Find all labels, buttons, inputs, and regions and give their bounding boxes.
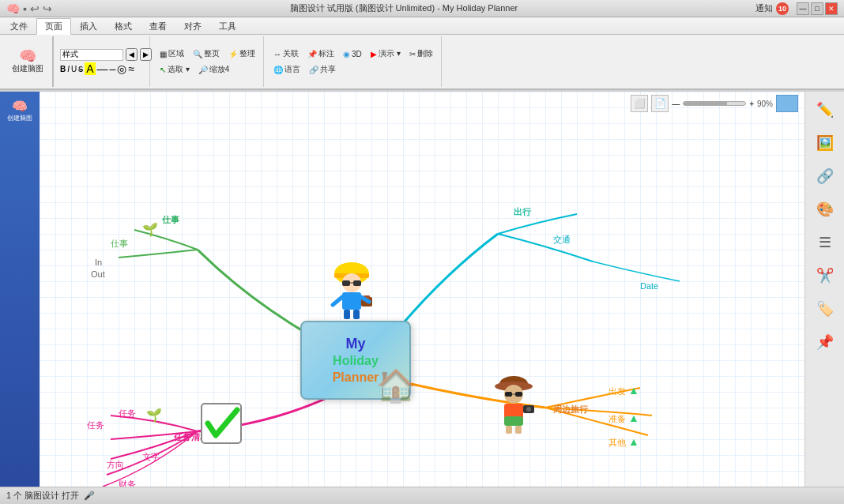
zoom-btn[interactable]: 🔎 缩放4 (195, 62, 233, 77)
insert-group: ↔ 关联 📌 标注 ◉ 3D ▶ 演示 ▾ ✂ 删除 🌐 语 (266, 36, 442, 87)
line-btn2[interactable]: – (110, 62, 116, 75)
create-mindmap-btn[interactable]: 🧠 创建脑图 (8, 47, 47, 77)
topic-direction: 方向 (107, 459, 124, 471)
close-btn[interactable]: ✕ (825, 2, 838, 15)
topic-in: In (95, 258, 102, 267)
sidebar-tag-tool[interactable]: 🏷️ (810, 294, 840, 324)
topic-finance: 财务 (119, 479, 136, 487)
main-canvas[interactable]: ⬜ 📄 — + 90% (40, 92, 804, 487)
threed-btn[interactable]: ◉ 3D (340, 48, 365, 60)
topic-other: 其他 ▲ (609, 435, 639, 449)
threed-label: 3D (352, 50, 362, 58)
tourist-figure (482, 372, 545, 435)
checklist-figure (194, 396, 249, 451)
bold-btn[interactable]: B (60, 65, 66, 73)
style-row1: ◀ ▶ (60, 48, 152, 61)
sidebar-list-tool[interactable]: ☰ (810, 228, 840, 258)
sidebar-link-tool[interactable]: 🔗 (810, 161, 840, 191)
view-group: ▦ 区域 🔍 整页 ⚡ 整理 ↖ 选取 ▾ 🔎 缩放4 (152, 36, 264, 87)
title-bar: 🧠 ▪ ↩ ↪ 脑图设计 试用版 (脑图设计 Unlimited) - My H… (0, 0, 844, 17)
demo-btn[interactable]: ▶ 演示 ▾ (367, 47, 404, 61)
right-sidebar: ✏️ 🖼️ 🔗 🎨 ☰ ✂️ 🏷️ 📌 (804, 92, 844, 487)
shape-btn[interactable]: ◎ (117, 62, 126, 75)
arrange-icon: ⚡ (228, 50, 238, 58)
share-label: 共享 (320, 64, 336, 75)
topic-date: Date (640, 281, 658, 291)
select-icon: ↖ (160, 66, 166, 74)
highlight-btn[interactable]: A (85, 62, 95, 75)
style-row2: B I U S̶ A — – ◎ ≈ (60, 62, 134, 75)
delete-label: 删除 (417, 48, 433, 59)
tab-page[interactable]: 页面 (36, 18, 71, 35)
title-bar-title: 脑图设计 试用版 (脑图设计 Unlimited) - My Holiday P… (52, 2, 755, 14)
canvas-color-btn[interactable] (776, 95, 798, 112)
area-btn[interactable]: ▦ 区域 (156, 47, 187, 61)
mark-btn[interactable]: 📌 标注 (304, 47, 337, 61)
share-icon: 🔗 (309, 66, 318, 74)
undo-btn[interactable]: ↩ (30, 2, 40, 15)
svg-rect-21 (506, 426, 512, 434)
style-input[interactable] (60, 49, 123, 61)
demo-icon: ▶ (371, 50, 377, 58)
area-icon: ▦ (160, 50, 167, 58)
mic-icon[interactable]: 🎤 (84, 491, 95, 501)
threed-icon: ◉ (343, 50, 350, 58)
canvas-area[interactable]: ⬜ 📄 — + 90% (40, 92, 804, 487)
status-text: 1 个 脑图设计 打开 (6, 490, 79, 502)
line-btn1[interactable]: — (97, 62, 108, 75)
topic-prepare: 准备 ▲ (609, 412, 639, 425)
sidebar-edit-tool[interactable]: ✏️ (810, 95, 840, 125)
canvas-fit-btn[interactable]: ⬜ (631, 95, 648, 112)
arrange-btn[interactable]: ⚡ 整理 (225, 47, 258, 61)
redo-btn[interactable]: ↪ (43, 2, 52, 15)
tab-insert[interactable]: 插入 (71, 18, 106, 34)
style-prev-btn[interactable]: ◀ (126, 48, 138, 61)
italic-btn[interactable]: I (67, 65, 70, 73)
sidebar-color-tool[interactable]: 🎨 (810, 194, 840, 224)
tab-format[interactable]: 格式 (106, 18, 141, 34)
tab-view[interactable]: 查看 (141, 18, 175, 34)
style-next-btn[interactable]: ▶ (140, 48, 152, 61)
topic-work-child1: 仕事 (111, 238, 128, 250)
canvas-page-btn[interactable]: 📄 (651, 95, 669, 112)
create-mindmap-label: 创建脑图 (12, 63, 43, 74)
central-line2: Holiday (333, 353, 379, 370)
tab-file[interactable]: 文件 (2, 18, 36, 34)
zoom-label: 缩放4 (209, 64, 230, 75)
strikethrough-btn[interactable]: S̶ (78, 65, 83, 73)
ribbon-tabs: 文件 页面 插入 格式 查看 对齐 工具 (0, 17, 844, 35)
share-btn[interactable]: 🔗 共享 (306, 62, 339, 77)
topic-work: 仕事 (162, 214, 179, 226)
topic-task1: 任务 (119, 408, 136, 419)
wavy-btn[interactable]: ≈ (128, 62, 134, 75)
svg-rect-10 (353, 310, 360, 319)
create-group: 🧠 创建脑图 (3, 36, 54, 87)
sidebar-image-tool[interactable]: 🖼️ (810, 128, 840, 158)
topic-aroundtravel: 周边旅行 (553, 404, 588, 416)
window-menu-icon: ▪ (23, 2, 27, 15)
tab-align[interactable]: 对齐 (175, 18, 210, 34)
select-btn[interactable]: ↖ 选取 ▾ (156, 62, 193, 77)
svg-rect-20 (504, 416, 523, 426)
left-create-btn[interactable]: 🧠 创建脑图 (2, 95, 37, 126)
sidebar-pin-tool[interactable]: 📌 (810, 327, 840, 357)
language-label: 语言 (284, 64, 300, 75)
minimize-btn[interactable]: — (797, 2, 809, 15)
underline-btn[interactable]: U (71, 65, 77, 73)
sidebar-scissors-tool[interactable]: ✂️ (810, 261, 840, 291)
fitpage-btn[interactable]: 🔍 整页 (190, 47, 223, 61)
delete-btn[interactable]: ✂ 删除 (406, 47, 436, 61)
relate-btn[interactable]: ↔ 关联 (270, 47, 302, 61)
topic-transport: 交通 (553, 234, 571, 246)
central-node[interactable]: 🏠 My Holiday Planner (300, 321, 411, 400)
insert-row1: ↔ 关联 📌 标注 ◉ 3D ▶ 演示 ▾ ✂ 删除 (270, 47, 436, 61)
title-bar-controls: 通知 10 — □ ✕ (755, 2, 838, 15)
relate-label: 关联 (283, 48, 299, 59)
central-line3: Planner (333, 370, 379, 386)
left-create-label: 创建脑图 (7, 115, 32, 122)
mark-label: 标注 (318, 48, 334, 59)
maximize-btn[interactable]: □ (811, 2, 823, 15)
zoom-slider[interactable] (683, 101, 746, 106)
tab-tools[interactable]: 工具 (210, 18, 245, 34)
language-btn[interactable]: 🌐 语言 (270, 62, 303, 77)
